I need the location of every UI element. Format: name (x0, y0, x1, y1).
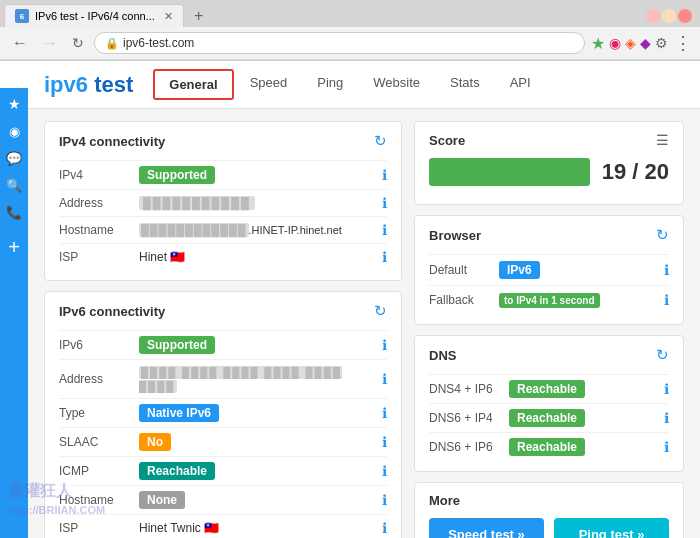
site-header: ★ ◉ 💬 🔍 📞 + ipv6 test General Speed Ping… (0, 61, 700, 109)
score-bar-container: 19 / 20 (429, 158, 669, 186)
ipv6-hostname-value: None (139, 491, 382, 509)
score-card: Score ☰ 19 / 20 (414, 121, 684, 205)
ext-icon-3[interactable]: ◈ (625, 35, 636, 51)
ipv6-type-value: Native IPv6 (139, 404, 382, 422)
browser-default-value: IPv6 (499, 261, 664, 279)
ipv4-hostname-help-icon[interactable]: ℹ (382, 222, 387, 238)
ipv4-hostname-value: ████████████.HINET-IP.hinet.net (139, 223, 382, 237)
ipv6-row-slaac: SLAAC No ℹ (59, 427, 387, 456)
dns-dns6-ip4-help-icon[interactable]: ℹ (664, 410, 669, 426)
dns-card: DNS ↻ DNS4 + IP6 Reachable ℹ DNS6 + IP4 … (414, 335, 684, 472)
dns-label-dns6-ip4: DNS6 + IP4 (429, 411, 509, 425)
dns-row-dns6-ip4: DNS6 + IP4 Reachable ℹ (429, 403, 669, 432)
dns-row-dns6-ip6: DNS6 + IP6 Reachable ℹ (429, 432, 669, 461)
sidebar-chat-icon[interactable]: 💬 (6, 151, 22, 166)
dns-title: DNS (429, 348, 456, 363)
main-content: IPv4 connectivity ↻ IPv4 Supported ℹ Add… (28, 109, 700, 538)
tab-close-icon[interactable]: ✕ (164, 10, 173, 23)
ping-test-button[interactable]: Ping test » (554, 518, 669, 538)
ipv4-help-icon[interactable]: ℹ (382, 167, 387, 183)
ipv6-row-isp: ISP Hinet Twnic 🇹🇼 ℹ (59, 514, 387, 538)
tab-general[interactable]: General (153, 69, 233, 100)
left-column: IPv4 connectivity ↻ IPv4 Supported ℹ Add… (44, 121, 402, 538)
dns-card-header: DNS ↻ (429, 346, 669, 364)
ipv6-type-badge: Native IPv6 (139, 404, 219, 422)
back-button[interactable]: ← (8, 32, 32, 54)
sidebar-star-icon[interactable]: ★ (8, 96, 21, 112)
ipv6-card-header: IPv6 connectivity ↻ (59, 302, 387, 320)
dns-refresh-icon[interactable]: ↻ (656, 346, 669, 364)
ipv4-hostname-blurred: ████████████ (139, 223, 249, 237)
ext-icon-4[interactable]: ◆ (640, 35, 651, 51)
logo-ipv6: ipv6 (44, 72, 88, 97)
tab-speed[interactable]: Speed (236, 69, 302, 100)
sidebar-feed-icon[interactable]: ◉ (9, 124, 20, 139)
ipv4-address-help-icon[interactable]: ℹ (382, 195, 387, 211)
ipv6-slaac-help-icon[interactable]: ℹ (382, 434, 387, 450)
ipv6-help-icon[interactable]: ℹ (382, 337, 387, 353)
new-tab-icon[interactable]: + (188, 5, 209, 27)
close-button[interactable] (678, 9, 692, 23)
browser-refresh-icon[interactable]: ↻ (656, 226, 669, 244)
ipv4-isp-value: Hinet 🇹🇼 (139, 250, 382, 264)
ext-icon-5[interactable]: ⚙ (655, 35, 668, 51)
browser-title: Browser (429, 228, 481, 243)
address-bar: ← → ↻ 🔒 ipv6-test.com ★ ◉ ◈ ◆ ⚙ ⋮ (0, 27, 700, 60)
ipv6-address-help-icon[interactable]: ℹ (382, 371, 387, 387)
dns-dns4-ip6-badge: Reachable (509, 380, 585, 398)
ipv6-slaac-badge: No (139, 433, 171, 451)
menu-button[interactable]: ⋮ (674, 32, 692, 54)
minimize-button[interactable] (646, 9, 660, 23)
browser-default-help-icon[interactable]: ℹ (664, 262, 669, 278)
tab-title: IPv6 test - IPv6/4 conn... (35, 10, 158, 22)
tab-ping[interactable]: Ping (303, 69, 357, 100)
dns-dns6-ip6-help-icon[interactable]: ℹ (664, 439, 669, 455)
sidebar-phone-icon[interactable]: 📞 (6, 205, 22, 220)
tab-api[interactable]: API (496, 69, 545, 100)
site-logo-container: ipv6 test (44, 72, 153, 98)
ipv6-refresh-icon[interactable]: ↻ (374, 302, 387, 320)
speed-test-button[interactable]: Speed test » (429, 518, 544, 538)
ipv4-hostname-suffix: .HINET-IP.hinet.net (249, 224, 342, 236)
forward-button[interactable]: → (38, 32, 62, 54)
ipv6-row-icmp: ICMP Reachable ℹ (59, 456, 387, 485)
ipv6-row-address: Address ████ ████ ████ ████ ████ ████ ℹ (59, 359, 387, 398)
browser-label-default: Default (429, 263, 499, 277)
ipv6-card: IPv6 connectivity ↻ IPv6 Supported ℹ Add… (44, 291, 402, 538)
ipv6-row-hostname: Hostname None ℹ (59, 485, 387, 514)
dns-dns6-ip4-value: Reachable (509, 409, 664, 427)
reload-button[interactable]: ↻ (68, 33, 88, 53)
ipv4-supported-badge: Supported (139, 166, 215, 184)
sidebar-search-icon[interactable]: 🔍 (6, 178, 22, 193)
tab-favicon: 6 (15, 9, 29, 23)
more-title: More (429, 493, 669, 508)
ipv6-label-slaac: SLAAC (59, 435, 139, 449)
ipv6-icmp-help-icon[interactable]: ℹ (382, 463, 387, 479)
ipv4-address-blurred: ███████████ (139, 196, 255, 210)
ext-icon-2[interactable]: ◉ (609, 35, 621, 51)
ipv6-type-help-icon[interactable]: ℹ (382, 405, 387, 421)
url-bar[interactable]: 🔒 ipv6-test.com (94, 32, 585, 54)
ipv6-isp-help-icon[interactable]: ℹ (382, 520, 387, 536)
score-bar (429, 158, 590, 186)
browser-card: Browser ↻ Default IPv6 ℹ Fallback to IPv… (414, 215, 684, 325)
ipv4-refresh-icon[interactable]: ↻ (374, 132, 387, 150)
browser-tab[interactable]: 6 IPv6 test - IPv6/4 conn... ✕ (4, 4, 184, 27)
ipv4-card: IPv4 connectivity ↻ IPv4 Supported ℹ Add… (44, 121, 402, 281)
maximize-button[interactable] (662, 9, 676, 23)
ext-icon-1[interactable]: ★ (591, 34, 605, 53)
ipv4-isp-help-icon[interactable]: ℹ (382, 249, 387, 265)
dns-dns4-ip6-help-icon[interactable]: ℹ (664, 381, 669, 397)
ipv4-title: IPv4 connectivity (59, 134, 165, 149)
ipv6-row-ipv6: IPv6 Supported ℹ (59, 330, 387, 359)
ipv6-hostname-help-icon[interactable]: ℹ (382, 492, 387, 508)
ipv6-value-supported: Supported (139, 336, 382, 354)
tab-stats[interactable]: Stats (436, 69, 494, 100)
browser-row-default: Default IPv6 ℹ (429, 254, 669, 285)
tab-website[interactable]: Website (359, 69, 434, 100)
browser-fallback-help-icon[interactable]: ℹ (664, 292, 669, 308)
ipv6-label-address: Address (59, 372, 139, 386)
sidebar-add-icon[interactable]: + (8, 236, 20, 259)
window-controls (642, 5, 696, 27)
score-list-icon[interactable]: ☰ (656, 132, 669, 148)
